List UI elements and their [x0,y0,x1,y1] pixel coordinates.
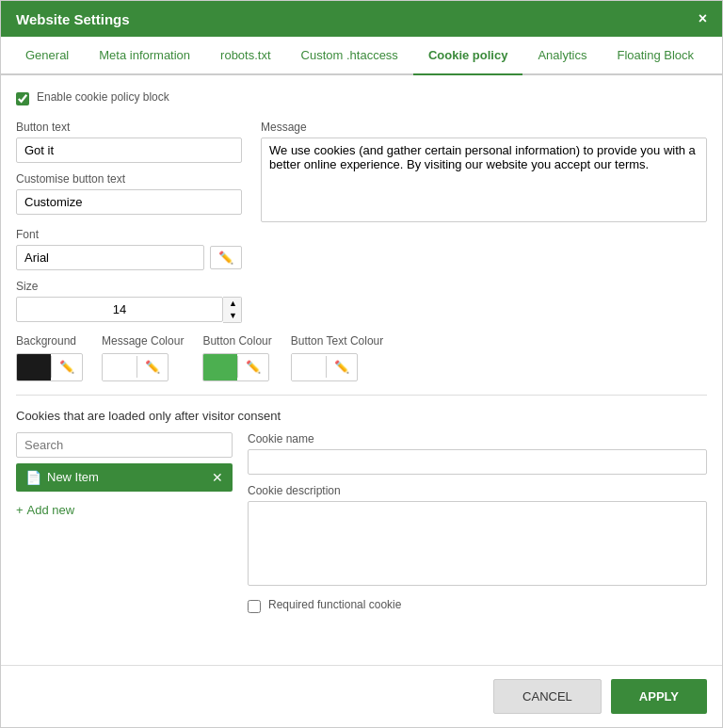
color-row: Background ✏️ Message Colour ✏️ Button C… [16,334,707,381]
message-colour-label: Message Colour [102,334,184,348]
main-form-row: Button text Got it Customise button text… [16,121,707,323]
required-cookie-label: Required functional cookie [268,598,401,611]
close-icon[interactable]: × [699,10,707,27]
background-swatch [17,354,51,380]
message-colour-swatch-row: ✏️ [102,353,169,381]
button-text-colour-edit-button[interactable]: ✏️ [326,356,357,378]
cancel-button[interactable]: CANCEL [493,679,602,714]
font-edit-button[interactable]: ✏️ [210,246,242,269]
button-colour-edit-button[interactable]: ✏️ [237,356,268,378]
button-text-label: Button text [16,121,242,134]
cookies-detail: Cookie name Cookie description Required … [248,432,707,615]
new-item-left: 📄 New Item [25,470,99,485]
new-item-delete-button[interactable]: ✕ [212,470,223,485]
cookies-section-title: Cookies that are loaded only after visit… [16,409,707,423]
font-label: Font [16,228,242,241]
message-colour-swatch [103,354,137,380]
button-text-colour-swatch [292,354,326,380]
size-row: ▲ ▼ [16,297,242,323]
apply-button[interactable]: APPLY [611,679,707,714]
add-new-button[interactable]: + Add new [16,503,233,517]
search-input[interactable] [16,432,233,458]
button-colour-swatch [203,354,237,380]
tab-floating[interactable]: Floating Block [602,37,709,75]
new-item-label: New Item [47,470,99,484]
message-textarea[interactable]: We use cookies (and gather certain perso… [261,138,707,222]
background-color-item: Background ✏️ [16,334,83,381]
doc-icon: 📄 [25,470,41,485]
background-swatch-row: ✏️ [16,353,83,381]
required-cookie-row: Required functional cookie [248,598,707,615]
button-colour-item: Button Colour ✏️ [202,334,271,381]
button-text-colour-swatch-row: ✏️ [291,353,358,381]
background-label: Background [16,334,76,348]
new-item[interactable]: 📄 New Item ✕ [16,463,233,492]
tab-general[interactable]: General [10,37,84,75]
button-text-colour-item: Button Text Colour ✏️ [291,334,384,381]
size-up-button[interactable]: ▲ [223,298,241,310]
customise-label: Customise button text [16,172,242,186]
cookies-section: 📄 New Item ✕ + Add new Cookie name Cooki… [16,432,707,615]
message-label: Message [261,121,707,134]
left-col: Button text Got it Customise button text… [16,121,242,323]
section-divider [16,395,707,396]
cookie-name-input[interactable] [248,449,707,475]
modal-footer: CANCEL APPLY [1,665,722,727]
add-new-label: Add new [27,503,75,517]
tab-robots[interactable]: robots.txt [205,37,285,75]
modal-header: Website Settings × [1,1,722,37]
cookies-list: 📄 New Item ✕ + Add new [16,432,233,615]
size-down-button[interactable]: ▼ [223,310,241,322]
tab-cookie[interactable]: Cookie policy [413,37,523,75]
tab-htaccess[interactable]: Custom .htaccess [286,37,413,75]
message-colour-edit-button[interactable]: ✏️ [137,356,168,378]
cookie-description-textarea[interactable] [248,501,707,586]
font-row: Arial ✏️ [16,245,242,270]
cookie-description-label: Cookie description [248,484,707,497]
font-select[interactable]: Arial [16,245,204,270]
size-input[interactable] [16,297,223,322]
required-cookie-checkbox[interactable] [248,600,261,613]
size-arrows: ▲ ▼ [223,297,242,323]
button-text-colour-label: Button Text Colour [291,334,384,348]
background-edit-button[interactable]: ✏️ [51,356,82,378]
cookie-name-label: Cookie name [248,432,707,445]
cookie-policy-content: Enable cookie policy block Button text G… [1,75,722,665]
modal-title: Website Settings [16,11,130,27]
tabs-bar: General Meta information robots.txt Cust… [1,37,722,75]
plus-icon: + [16,503,24,517]
button-colour-label: Button Colour [202,334,271,348]
right-col: Message We use cookies (and gather certa… [261,121,707,323]
tab-analytics[interactable]: Analytics [522,37,602,75]
enable-checkbox[interactable] [16,92,29,105]
enable-row: Enable cookie policy block [16,90,707,107]
message-colour-item: Message Colour ✏️ [102,334,184,381]
button-text-input[interactable]: Got it [16,138,242,163]
size-label: Size [16,280,242,293]
enable-label: Enable cookie policy block [37,90,169,104]
customise-input[interactable]: Customize [16,189,242,215]
button-colour-swatch-row: ✏️ [202,353,269,381]
tab-meta[interactable]: Meta information [84,37,205,75]
website-settings-modal: Website Settings × General Meta informat… [0,0,723,728]
